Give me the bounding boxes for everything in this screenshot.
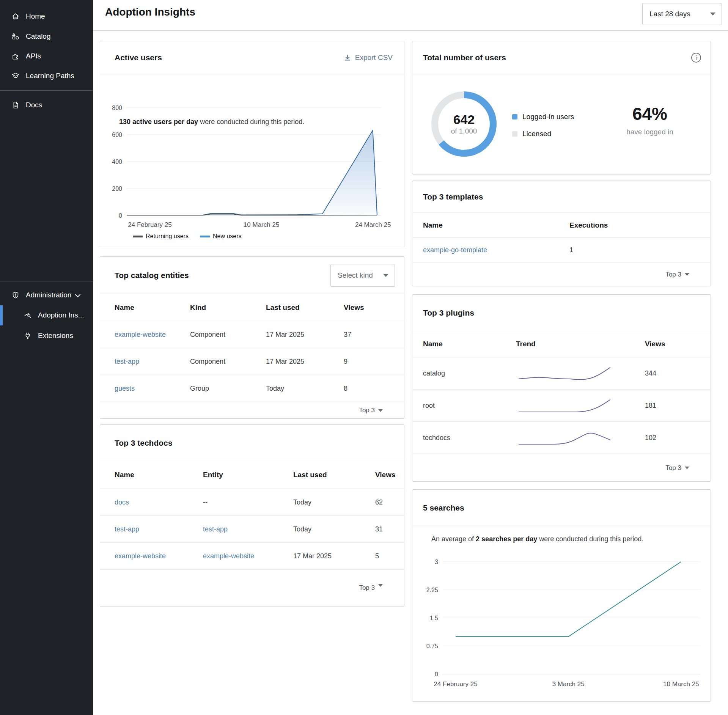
sidebar-item-apis[interactable]: APIs — [0, 49, 93, 63]
cell-kind: Component — [190, 331, 266, 339]
searches-chart: 32.251.50.75024 February 253 March 2510 … — [412, 550, 711, 695]
legend-item: Licensed — [512, 130, 574, 138]
col-views: Views — [344, 303, 389, 312]
kind-filter-select[interactable]: Select kind — [330, 264, 395, 287]
searches-card: 5 searches An average of 2 searches per … — [412, 489, 711, 702]
top-n-selector[interactable]: Top 3 — [100, 569, 404, 607]
info-icon[interactable] — [691, 52, 701, 63]
trend-sparkline — [516, 396, 613, 415]
table-row: example-website Component 17 Mar 2025 37 — [100, 321, 404, 348]
techdoc-link[interactable]: docs — [115, 498, 203, 506]
top-plugins-card: Top 3 plugins Name Trend Views catalog 3… — [412, 294, 711, 482]
svg-text:200: 200 — [112, 185, 122, 192]
cell-plugin-name: catalog — [423, 369, 516, 377]
table-row: example-go-template 1 — [412, 237, 711, 262]
table-row: catalog 344 — [412, 357, 711, 389]
sidebar-item-label: Administration — [26, 291, 71, 299]
cell-plugin-name: techdocs — [423, 434, 516, 442]
card-title: 5 searches — [423, 503, 464, 512]
col-name: Name — [115, 471, 203, 479]
cell-last-used: 17 Mar 2025 — [293, 552, 375, 560]
sidebar-item-extensions[interactable]: Extensions — [0, 329, 93, 343]
cell-kind: Component — [190, 358, 266, 366]
svg-text:24 March 25: 24 March 25 — [355, 221, 391, 228]
col-name: Name — [423, 340, 516, 348]
card-title: Top 3 templates — [423, 192, 483, 201]
col-name: Name — [423, 221, 569, 229]
table-row: docs -- Today 62 — [100, 489, 404, 515]
svg-text:600: 600 — [112, 132, 122, 138]
cell-views: 62 — [375, 498, 389, 506]
top-n-selector[interactable]: Top 3 — [100, 402, 404, 419]
sidebar-item-label: Home — [26, 12, 45, 20]
adoption-insights-page: Home Catalog APIs Learning Paths Docs Ad… — [0, 0, 728, 715]
chevron-down-icon — [383, 274, 388, 277]
entity-link[interactable]: example-website — [203, 552, 293, 560]
catalog-icon — [11, 32, 20, 41]
entity-link[interactable]: guests — [115, 385, 190, 393]
table-header: Name Kind Last used Views — [100, 294, 404, 321]
svg-text:800: 800 — [112, 105, 122, 111]
entity-link[interactable]: test-app — [115, 358, 190, 366]
cell-last-used: Today — [266, 385, 344, 393]
cell-views: 37 — [344, 331, 389, 339]
chevron-down-icon — [378, 584, 383, 587]
donut-center-value: 642 of 1,000 — [431, 91, 497, 157]
svg-text:10 March 25: 10 March 25 — [244, 221, 280, 228]
card-title: Top catalog entities — [115, 271, 189, 280]
searches-summary: An average of 2 searches per day were co… — [431, 535, 643, 543]
col-views: Views — [375, 471, 396, 479]
sidebar-item-home[interactable]: Home — [0, 9, 93, 23]
active-users-chart: 800600400200024 February 2510 March 2524… — [100, 98, 405, 237]
svg-text:24 February 25: 24 February 25 — [128, 221, 171, 228]
table-header: Name Entity Last used Views — [100, 461, 404, 489]
cell-views: 344 — [645, 369, 695, 377]
export-csv-button[interactable]: Export CSV — [341, 53, 395, 62]
col-trend: Trend — [516, 340, 645, 348]
techdoc-link[interactable]: test-app — [115, 525, 203, 533]
sidebar-item-label: Catalog — [26, 32, 51, 41]
col-executions: Executions — [569, 221, 695, 229]
sidebar-item-catalog[interactable]: Catalog — [0, 30, 93, 43]
total-users-card: Total number of users 642 of 1,000 Logge… — [412, 41, 711, 174]
cell-views: 102 — [645, 434, 695, 442]
col-name: Name — [115, 303, 190, 312]
sidebar-divider — [0, 281, 93, 281]
legend-item: Returning users — [133, 233, 189, 240]
cell-executions: 1 — [569, 246, 695, 254]
col-kind: Kind — [190, 303, 266, 312]
top-n-selector[interactable]: Top 3 — [412, 454, 711, 482]
techdoc-link[interactable]: example-website — [115, 552, 203, 560]
svg-text:400: 400 — [112, 159, 122, 165]
date-range-select[interactable]: Last 28 days — [642, 3, 722, 25]
sidebar-item-docs[interactable]: Docs — [0, 98, 93, 112]
top-n-selector[interactable]: Top 3 — [412, 262, 711, 286]
cell-last-used: Today — [293, 525, 375, 533]
svg-text:1.5: 1.5 — [430, 615, 438, 621]
plug-icon — [24, 332, 32, 340]
entity-link[interactable]: example-website — [115, 331, 190, 339]
sidebar-item-adoption-insights[interactable]: Adoption Ins... — [0, 308, 93, 322]
chevron-down-icon — [710, 13, 715, 16]
cell-last-used: 17 Mar 2025 — [266, 331, 344, 339]
table-row: example-website example-website 17 Mar 2… — [100, 542, 404, 569]
entity-link[interactable]: test-app — [203, 525, 293, 533]
legend-item: New users — [200, 233, 242, 240]
active-users-card: Active users Export CSV 130 active users… — [100, 41, 404, 247]
sidebar-item-label: Docs — [26, 101, 42, 109]
sidebar-item-learning-paths[interactable]: Learning Paths — [0, 69, 93, 83]
svg-text:0.75: 0.75 — [426, 643, 438, 649]
percent-logged-in: 64% have logged in — [585, 105, 714, 136]
top-templates-card: Top 3 templates Name Executions example-… — [412, 181, 711, 286]
top-catalog-entities-card: Top catalog entities Select kind Name Ki… — [100, 256, 404, 419]
active-users-legend: Returning users New users — [133, 233, 242, 240]
template-link[interactable]: example-go-template — [423, 246, 569, 254]
table-header: Name Trend Views — [412, 331, 711, 357]
top-techdocs-card: Top 3 techdocs Name Entity Last used Vie… — [100, 424, 404, 607]
cell-views: 8 — [344, 385, 389, 393]
sidebar-item-administration[interactable]: Administration — [0, 288, 93, 302]
chevron-down-icon — [685, 467, 689, 469]
cell-views: 9 — [344, 358, 389, 366]
svg-text:2.25: 2.25 — [426, 587, 438, 593]
cell-views: 181 — [645, 402, 695, 410]
